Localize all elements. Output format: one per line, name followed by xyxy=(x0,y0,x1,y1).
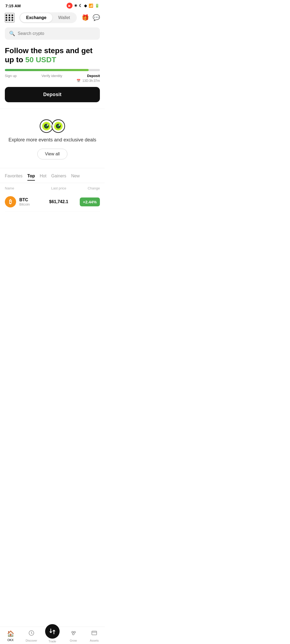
nav-grow-label: Grow xyxy=(70,639,77,642)
col-header-price: Last price xyxy=(43,186,75,190)
wallet-tab[interactable]: Wallet xyxy=(52,13,76,22)
step-signup: Sign up xyxy=(5,74,17,78)
promo-title: Follow the steps and get up to 50 USDT xyxy=(5,46,100,64)
nav-assets[interactable]: Assets xyxy=(84,630,105,642)
svg-point-4 xyxy=(47,125,48,126)
coin-names-btc: BTC Bitcoin xyxy=(19,197,30,206)
btc-logo: ₿ xyxy=(5,196,16,207)
coin-change-btc: +2.44% xyxy=(75,197,100,206)
market-tabs: Favorites Top Hot Gainers New xyxy=(0,171,105,183)
message-button[interactable]: 💬 xyxy=(93,14,100,21)
home-icon: 🏠 xyxy=(7,630,14,637)
bluetooth-icon: ✳ xyxy=(74,3,77,8)
coin-name-btc: Bitcoin xyxy=(19,202,30,206)
status-bar: 7:15 AM ▶ ✳ ☾ ◆ 📶 🔋 xyxy=(0,0,105,10)
step-deposit: Deposit xyxy=(87,74,100,78)
top-nav: Exchange Wallet 🎁 💬 xyxy=(0,10,105,26)
exchange-tab[interactable]: Exchange xyxy=(20,13,52,22)
grid-dots-icon xyxy=(6,14,14,21)
nav-trade: Trade xyxy=(42,629,63,643)
step-verify: Verify identity xyxy=(42,74,62,78)
exchange-wallet-tabs: Exchange Wallet xyxy=(19,12,77,23)
nav-trade-label: Trade xyxy=(49,640,56,643)
tab-favorites[interactable]: Favorites xyxy=(5,174,23,181)
events-title: Explore more events and exclusive deals xyxy=(5,137,100,143)
nav-grow[interactable]: Grow xyxy=(63,630,84,642)
events-section: Explore more events and exclusive deals … xyxy=(0,110,105,167)
promo-highlight: 50 USDT xyxy=(25,56,56,64)
deposit-timer: 📅 13D:3h:37m xyxy=(5,79,100,83)
bottom-nav: 🏠 OKX Discover Trade xyxy=(0,627,105,644)
svg-point-9 xyxy=(59,125,60,126)
timer-value: 13D:3h:37m xyxy=(82,79,100,83)
svg-point-20 xyxy=(74,631,75,633)
timer-icon: 📅 xyxy=(77,79,81,83)
market-table: Name Last price Change ₿ BTC Bitcoin $61… xyxy=(0,183,105,211)
progress-bar-fill xyxy=(5,69,89,71)
search-input[interactable] xyxy=(18,31,96,36)
nav-okx-label: OKX xyxy=(7,638,13,642)
battery-icon: 🔋 xyxy=(95,3,99,8)
svg-rect-10 xyxy=(52,123,53,125)
nav-assets-label: Assets xyxy=(90,639,99,642)
promo-banner: Follow the steps and get up to 50 USDT S… xyxy=(0,44,105,108)
progress-labels: Sign up Verify identity Deposit xyxy=(5,74,100,78)
svg-rect-21 xyxy=(92,631,97,635)
nav-okx[interactable]: 🏠 OKX xyxy=(0,630,21,642)
divider-2 xyxy=(0,168,105,168)
progress-bar-background xyxy=(5,69,100,71)
svg-point-19 xyxy=(72,631,73,633)
wifi-icon: 📶 xyxy=(89,3,93,8)
eyes-mascot xyxy=(39,119,66,133)
col-header-change: Change xyxy=(75,186,100,190)
status-icons: ▶ ✳ ☾ ◆ 📶 🔋 xyxy=(67,3,99,9)
tab-hot[interactable]: Hot xyxy=(40,174,46,181)
divider-1 xyxy=(0,109,105,109)
col-header-name: Name xyxy=(5,186,43,190)
status-time: 7:15 AM xyxy=(5,3,21,8)
discover-icon xyxy=(28,630,35,638)
search-bar[interactable]: 🔍 xyxy=(5,27,100,40)
coin-info-btc: ₿ BTC Bitcoin xyxy=(5,196,43,207)
gift-button[interactable]: 🎁 xyxy=(82,14,89,21)
tab-top[interactable]: Top xyxy=(27,174,35,181)
tab-new[interactable]: New xyxy=(71,174,80,181)
signal-icon: ◆ xyxy=(84,3,87,8)
tab-gainers[interactable]: Gainers xyxy=(51,174,66,181)
change-badge-btc: +2.44% xyxy=(80,197,100,206)
table-header: Name Last price Change xyxy=(5,183,100,192)
market-section: Favorites Top Hot Gainers New Name Last … xyxy=(0,169,105,211)
grid-menu-button[interactable] xyxy=(5,13,15,23)
assets-icon xyxy=(91,630,97,638)
grow-icon xyxy=(70,630,77,638)
nav-discover[interactable]: Discover xyxy=(21,630,42,642)
nav-discover-label: Discover xyxy=(26,639,37,642)
trade-button[interactable] xyxy=(45,624,60,639)
view-all-button[interactable]: View all xyxy=(37,149,68,159)
table-row[interactable]: ₿ BTC Bitcoin $61,742.1 +2.44% xyxy=(5,192,100,211)
nav-actions: 🎁 💬 xyxy=(82,14,100,21)
svg-rect-11 xyxy=(50,125,55,125)
coin-price-btc: $61,742.1 xyxy=(43,199,75,204)
recording-icon: ▶ xyxy=(67,3,73,9)
search-icon: 🔍 xyxy=(9,31,15,36)
deposit-button[interactable]: Deposit xyxy=(5,87,100,102)
progress-section: Sign up Verify identity Deposit 📅 13D:3h… xyxy=(5,69,100,83)
coin-symbol-btc: BTC xyxy=(19,197,30,202)
moon-icon: ☾ xyxy=(79,3,82,8)
search-container: 🔍 xyxy=(0,26,105,44)
